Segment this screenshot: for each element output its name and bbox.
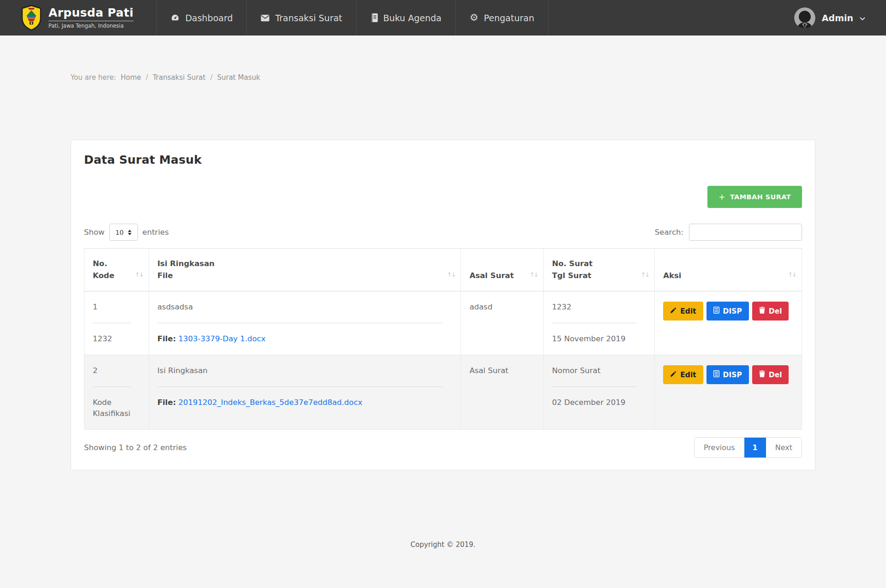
trash-icon <box>759 307 765 315</box>
user-menu[interactable]: Admin <box>794 0 865 36</box>
select-arrows-icon <box>128 230 132 235</box>
sort-icon: ↑↓ <box>529 269 538 281</box>
cell-aksi: Edit DISP <box>655 355 802 430</box>
tambah-surat-label: TAMBAH SURAT <box>730 193 791 201</box>
plus-icon: + <box>718 192 725 202</box>
column-header-no-tgl-surat[interactable]: No. Surat Tgl Surat ↑↓ <box>544 249 655 291</box>
cell-no-tgl-surat: 1232 15 November 2019 <box>544 291 655 355</box>
breadcrumb-surat-masuk[interactable]: Surat Masuk <box>217 73 260 82</box>
table-info: Showing 1 to 2 of 2 entries <box>84 443 187 452</box>
delete-label: Del <box>769 307 782 315</box>
header-line: Kode <box>93 270 140 282</box>
show-label: Show <box>84 228 105 237</box>
header-line: No. <box>93 258 140 270</box>
page-title: Data Surat Masuk <box>84 153 802 166</box>
pati-crest-logo-icon <box>21 5 42 31</box>
cell-divider <box>157 323 443 323</box>
page-length-control: Show 10 entries <box>84 224 169 241</box>
value-no-surat: Nomor Surat <box>552 365 646 376</box>
delete-button[interactable]: Del <box>752 302 789 321</box>
column-header-asal-surat[interactable]: Asal Surat ↑↓ <box>461 249 544 291</box>
disp-button[interactable]: DISP <box>706 365 749 384</box>
nav-item-pengaturan[interactable]: ⚙ Pengaturan <box>455 0 549 36</box>
sort-icon: ↑↓ <box>788 269 796 281</box>
value-kode: 1232 <box>93 333 140 344</box>
breadcrumb-transaksi-surat[interactable]: Transaksi Surat <box>153 73 206 82</box>
sort-icon: ↑↓ <box>135 269 143 281</box>
nav-item-dashboard[interactable]: Dashboard <box>156 0 246 36</box>
edit-label: Edit <box>680 371 696 379</box>
cell-divider <box>552 323 637 323</box>
cell-no-kode: 1 1232 <box>84 291 149 355</box>
cell-divider <box>552 386 637 387</box>
file-link[interactable]: 20191202_Indeks_Berkas_5de37e7edd8ad.doc… <box>179 398 363 407</box>
pagination-next[interactable]: Next <box>766 438 802 457</box>
table-row: 2 Kode Klasifikasi Isi Ringkasan File: 2… <box>84 355 802 430</box>
value-tgl-surat: 15 November 2019 <box>552 333 646 344</box>
cell-divider <box>93 323 131 323</box>
disp-label: DISP <box>723 371 742 379</box>
page-length-select[interactable]: 10 <box>109 224 138 241</box>
header-line: Aksi <box>663 270 793 282</box>
breadcrumb: You are here: Home / Transaksi Surat / S… <box>71 73 815 82</box>
tambah-surat-button[interactable]: + TAMBAH SURAT <box>707 186 802 208</box>
value-asal-surat: adasd <box>469 302 535 313</box>
nav-item-buku-agenda[interactable]: Buku Agenda <box>356 0 455 36</box>
top-navbar: Arpusda Pati Pati, Jawa Tengah, Indonesi… <box>0 0 886 36</box>
value-kode: Kode Klasifikasi <box>93 397 140 419</box>
pagination-previous[interactable]: Previous <box>694 438 744 457</box>
edit-button[interactable]: Edit <box>663 365 703 384</box>
search-control: Search: <box>655 224 802 241</box>
breadcrumb-separator: / <box>210 73 212 82</box>
cell-divider <box>93 386 131 387</box>
breadcrumb-separator: / <box>146 73 148 82</box>
list-icon <box>713 307 719 315</box>
value-ringkasan: asdsadsa <box>157 302 452 313</box>
file-label: File: <box>157 334 176 343</box>
nav-item-transaksi-surat[interactable]: Transaksi Surat <box>246 0 356 36</box>
brand[interactable]: Arpusda Pati Pati, Jawa Tengah, Indonesi… <box>21 0 133 36</box>
header-line: Tgl Surat <box>552 270 646 282</box>
copyright-text: Copyright © 2019. <box>0 540 886 549</box>
sort-icon: ↑↓ <box>641 269 649 281</box>
pagination: Previous 1 Next <box>694 437 802 458</box>
file-link[interactable]: 1303-3379-Day 1.docx <box>179 334 266 343</box>
column-header-aksi[interactable]: Aksi ↑↓ <box>655 249 802 291</box>
nav-item-label: Transaksi Surat <box>275 13 342 23</box>
sort-icon: ↑↓ <box>447 269 455 281</box>
value-no: 1 <box>93 302 140 313</box>
header-line: No. Surat <box>552 258 646 270</box>
page-length-value: 10 <box>115 229 124 236</box>
list-icon <box>713 370 719 379</box>
brand-title: Arpusda Pati <box>48 6 133 21</box>
edit-button[interactable]: Edit <box>663 302 703 321</box>
avatar <box>794 7 815 29</box>
book-icon <box>371 13 378 22</box>
column-header-isi-file[interactable]: Isi Ringkasan File ↑↓ <box>149 249 461 291</box>
main-nav: Dashboard Transaksi Surat Buku Agenda <box>156 0 548 36</box>
nav-item-label: Pengaturan <box>484 13 534 23</box>
nav-item-label: Dashboard <box>185 13 233 23</box>
cell-no-tgl-surat: Nomor Surat 02 December 2019 <box>544 355 655 430</box>
search-input[interactable] <box>689 224 802 241</box>
breadcrumb-prefix: You are here: <box>71 73 116 82</box>
user-name: Admin <box>822 13 853 23</box>
column-header-no-kode[interactable]: No. Kode ↑↓ <box>84 249 149 291</box>
cell-asal-surat: Asal Surat <box>461 355 544 430</box>
header-line: Isi Ringkasan <box>157 258 452 270</box>
disp-label: DISP <box>723 307 742 315</box>
gear-icon: ⚙ <box>470 13 479 23</box>
value-asal-surat: Asal Surat <box>469 365 535 376</box>
cell-isi-file: asdsadsa File: 1303-3379-Day 1.docx <box>149 291 461 355</box>
pagination-page-1[interactable]: 1 <box>744 438 766 457</box>
brand-subtitle: Pati, Jawa Tengah, Indonesia <box>48 23 133 29</box>
search-label: Search: <box>655 228 683 237</box>
table-row: 1 1232 asdsadsa File: 1303-3379-Day 1.do… <box>84 291 802 355</box>
delete-label: Del <box>769 371 782 379</box>
breadcrumb-home[interactable]: Home <box>121 73 141 82</box>
dashboard-gauge-icon <box>171 13 180 22</box>
delete-button[interactable]: Del <box>752 365 789 384</box>
data-surat-masuk-card: Data Surat Masuk + TAMBAH SURAT Show 10 … <box>71 140 815 470</box>
file-label: File: <box>157 398 176 407</box>
disp-button[interactable]: DISP <box>706 302 749 321</box>
